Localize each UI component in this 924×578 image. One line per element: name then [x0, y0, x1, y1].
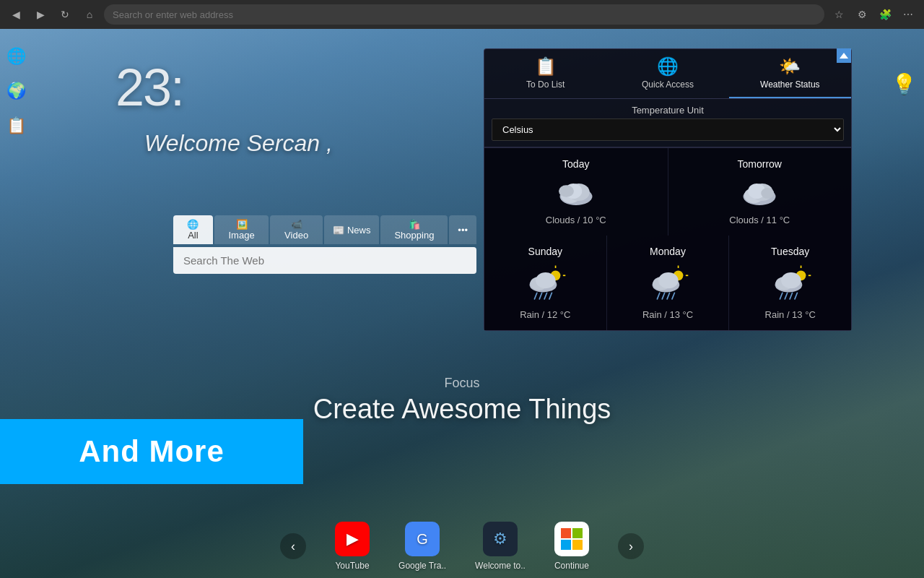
quick-links: ‹ ▶ YouTube G Google Tra.. ⚙ Welcome to.… — [0, 522, 924, 571]
sunday-desc: Rain / 12 °C — [520, 309, 570, 320]
svg-line-35 — [662, 293, 664, 299]
scroll-up-indicator[interactable] — [837, 48, 851, 63]
today-weather-icon — [554, 174, 598, 210]
focus-label: Focus — [0, 376, 924, 391]
left-sidebar: 🌐 🌍 📋 — [0, 29, 32, 578]
main-content: 🌐 🌍 📋 23: Welcome Sercan , 🌐 All 🖼️ Imag… — [0, 29, 924, 578]
svg-rect-2 — [561, 540, 571, 550]
welcome-message: Welcome Sercan , — [144, 130, 333, 157]
svg-point-45 — [781, 272, 801, 288]
panel-tab-weather[interactable]: 🌤️ Weather Status — [729, 49, 851, 98]
quick-links-next[interactable]: › — [618, 533, 644, 559]
weather-icon: 🌤️ — [779, 56, 801, 77]
tuesday-desc: Rain / 13 °C — [765, 309, 816, 320]
svg-rect-0 — [561, 528, 571, 538]
weather-3day-grid: Sunday — [484, 236, 851, 330]
extensions-button[interactable]: 🧩 — [875, 4, 895, 25]
browser-chrome: ◀ ▶ ↻ ⌂ ☆ ⚙ 🧩 ⋯ — [0, 0, 924, 29]
weather-panel: 📋 To Do List 🌐 Quick Access 🌤️ Weather S… — [484, 48, 852, 331]
address-bar[interactable] — [104, 4, 824, 25]
focus-section: Focus Create Awesome Things — [0, 376, 924, 425]
search-input-container — [173, 247, 476, 274]
refresh-button[interactable]: ↻ — [55, 4, 75, 25]
google-translate-label: Google Tra.. — [398, 561, 446, 571]
scroll-up-arrow-icon — [840, 53, 848, 59]
svg-line-47 — [785, 293, 787, 299]
svg-rect-3 — [572, 540, 583, 550]
sunday-label: Sunday — [528, 246, 562, 257]
back-button[interactable]: ◀ — [6, 4, 26, 25]
clock-display: 23: — [116, 58, 183, 117]
quick-link-steam[interactable]: ⚙ Welcome to.. — [475, 522, 526, 571]
todo-tab-label: To Do List — [526, 79, 565, 90]
bookmark-button[interactable]: ☆ — [829, 4, 849, 25]
microsoft-icon — [554, 522, 589, 556]
and-more-banner[interactable]: And More — [0, 419, 303, 484]
forward-button[interactable]: ▶ — [30, 4, 51, 25]
search-tabs: 🌐 All 🖼️ Image 📹 Video 📰 News 🛍️ Shoppin… — [173, 215, 476, 244]
svg-line-24 — [544, 293, 546, 299]
youtube-label: YouTube — [335, 561, 369, 571]
search-tab-video[interactable]: 📹 Video — [270, 215, 323, 244]
svg-line-25 — [549, 293, 552, 299]
search-input[interactable] — [183, 254, 466, 267]
browser-actions: ☆ ⚙ 🧩 ⋯ — [829, 4, 918, 25]
weather-tab-label: Weather Status — [760, 79, 820, 90]
weather-today-tomorrow-grid: Today Clouds / 10 °C Tomorrow — [484, 147, 851, 236]
svg-line-34 — [657, 293, 659, 299]
svg-point-21 — [536, 272, 555, 288]
quickaccess-tab-label: Quick Access — [642, 79, 694, 90]
quick-link-youtube[interactable]: ▶ YouTube — [335, 522, 370, 571]
temp-unit-label: Temperature Unit — [492, 105, 844, 116]
temp-unit-row: Temperature Unit Celsius Fahrenheit — [484, 99, 851, 147]
menu-button[interactable]: ⋯ — [898, 4, 918, 25]
panel-tab-todo[interactable]: 📋 To Do List — [484, 49, 606, 98]
tuesday-label: Tuesday — [771, 246, 809, 257]
weather-sunday: Sunday — [484, 236, 606, 330]
svg-point-33 — [658, 272, 678, 288]
quick-links-prev[interactable]: ‹ — [280, 533, 306, 559]
youtube-icon: ▶ — [335, 522, 370, 556]
search-tab-shopping[interactable]: 🛍️ Shopping — [380, 215, 448, 244]
and-more-text: And More — [79, 434, 225, 469]
monday-desc: Rain / 13 °C — [642, 309, 693, 320]
search-area: 🌐 All 🖼️ Image 📹 Video 📰 News 🛍️ Shoppin… — [173, 215, 476, 274]
profile-button[interactable]: ⚙ — [852, 4, 872, 25]
sidebar-icon-world[interactable]: 🌍 — [4, 78, 30, 104]
today-desc: Clouds / 10 °C — [546, 215, 606, 225]
monday-weather-icon — [646, 262, 689, 305]
todo-icon: 📋 — [535, 56, 557, 77]
svg-line-48 — [790, 293, 792, 299]
svg-line-49 — [795, 293, 797, 299]
svg-line-22 — [535, 293, 537, 299]
tuesday-weather-icon — [769, 262, 812, 305]
svg-line-23 — [540, 293, 542, 299]
tomorrow-weather-icon — [738, 174, 781, 210]
home-button[interactable]: ⌂ — [79, 4, 100, 25]
weather-monday: Monday Rain / 13 °C — [607, 236, 729, 330]
search-tab-all[interactable]: 🌐 All — [173, 215, 213, 244]
right-sidebar-icon[interactable]: 💡 — [892, 72, 917, 96]
sidebar-icon-globe[interactable]: 🌐 — [4, 43, 30, 69]
steam-label: Welcome to.. — [475, 561, 526, 571]
weather-today: Today Clouds / 10 °C — [484, 148, 668, 236]
svg-line-46 — [780, 293, 782, 299]
search-tab-image[interactable]: 🖼️ Image — [214, 215, 269, 244]
svg-line-37 — [672, 293, 674, 299]
panel-tab-quickaccess[interactable]: 🌐 Quick Access — [606, 49, 728, 98]
temp-unit-select[interactable]: Celsius Fahrenheit — [492, 118, 844, 141]
svg-rect-1 — [572, 528, 583, 538]
today-label: Today — [562, 158, 589, 170]
tomorrow-desc: Clouds / 11 °C — [729, 215, 790, 225]
monday-label: Monday — [650, 246, 686, 257]
quickaccess-icon: 🌐 — [657, 56, 679, 77]
microsoft-label: Continue — [554, 561, 589, 571]
svg-line-36 — [667, 293, 669, 299]
quick-link-microsoft[interactable]: Continue — [554, 522, 589, 571]
panel-tabs: 📋 To Do List 🌐 Quick Access 🌤️ Weather S… — [484, 49, 851, 99]
search-tab-news[interactable]: 📰 News — [324, 215, 380, 244]
tomorrow-label: Tomorrow — [738, 158, 782, 170]
search-tab-more[interactable]: ••• — [449, 215, 476, 244]
quick-link-google-translate[interactable]: G Google Tra.. — [398, 522, 446, 571]
sidebar-icon-todo[interactable]: 📋 — [4, 113, 30, 139]
